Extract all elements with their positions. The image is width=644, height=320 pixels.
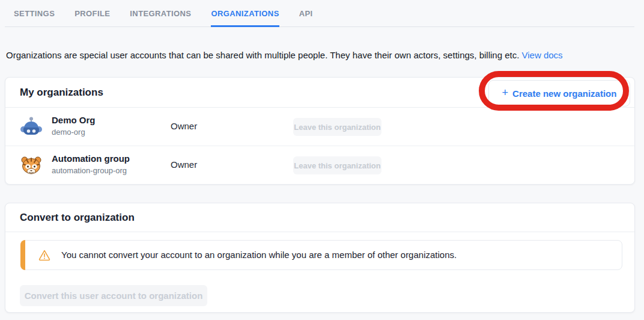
tiger-avatar-icon [20, 155, 42, 176]
tab-organizations[interactable]: ORGANIZATIONS [211, 0, 279, 27]
tab-profile[interactable]: PROFILE [74, 0, 110, 27]
warning-accent-bar [20, 240, 25, 270]
convert-account-button[interactable]: Convert this user account to organizatio… [20, 285, 207, 306]
org-slug: automation-group-org [52, 166, 127, 175]
create-new-organization-label: Create new organization [512, 88, 616, 99]
tab-bar: SETTINGS PROFILE INTEGRATIONS ORGANIZATI… [0, 0, 644, 27]
warning-callout: You cannot convert your account to an or… [20, 240, 622, 270]
org-row-demo-org: Demo Org demo-org Owner Leave this organ… [5, 108, 634, 146]
org-slug: demo-org [52, 128, 85, 137]
org-row-automation-group: Automation group automation-group-org Ow… [5, 146, 634, 185]
org-role: Owner [171, 121, 197, 131]
leave-organization-button[interactable]: Leave this organization [293, 118, 381, 136]
intro-text: Organizations are special user accounts … [6, 50, 563, 60]
org-name[interactable]: Automation group [52, 153, 130, 164]
convert-to-organization-card: Convert to organization You cannot conve… [5, 203, 635, 313]
view-docs-link[interactable]: View docs [522, 50, 563, 60]
org-name[interactable]: Demo Org [52, 115, 96, 125]
my-organizations-card: My organizations + Create new organizati… [5, 77, 635, 185]
robot-avatar-icon [20, 116, 42, 138]
my-organizations-header: My organizations + Create new organizati… [5, 78, 634, 108]
convert-title: Convert to organization [20, 203, 135, 232]
my-organizations-title: My organizations [20, 78, 103, 108]
tab-integrations[interactable]: INTEGRATIONS [130, 0, 191, 27]
convert-header: Convert to organization [5, 203, 634, 232]
org-role: Owner [171, 159, 197, 170]
plus-icon: + [502, 87, 509, 98]
tab-api[interactable]: API [299, 0, 313, 27]
leave-organization-button[interactable]: Leave this organization [293, 156, 381, 174]
warning-triangle-icon [38, 248, 51, 262]
intro-sentence: Organizations are special user accounts … [6, 50, 519, 60]
warning-text: You cannot convert your account to an or… [61, 241, 457, 269]
create-new-organization-button[interactable]: + Create new organization [488, 80, 630, 106]
tab-settings[interactable]: SETTINGS [14, 0, 55, 27]
